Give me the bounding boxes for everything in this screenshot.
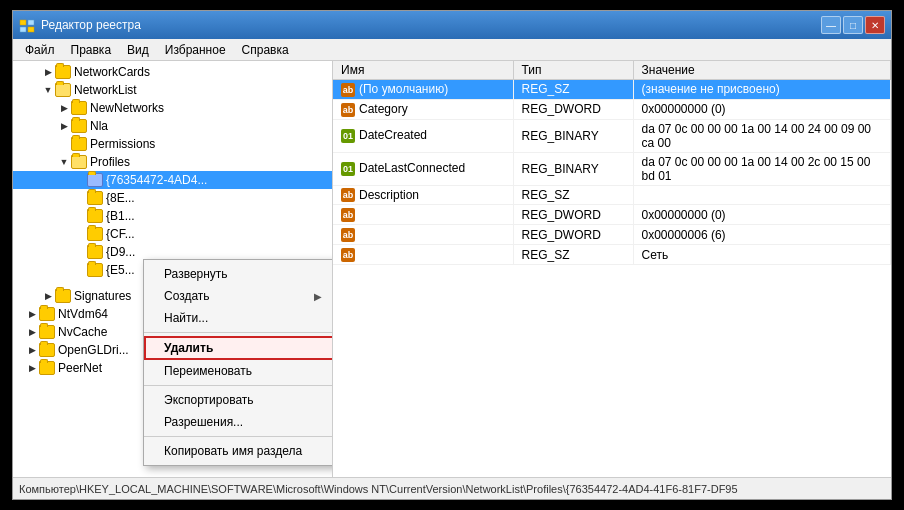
tree-label: NtVdm64 [58, 307, 108, 321]
tree-item-profile-2[interactable]: {8E... [13, 189, 332, 207]
col-name: Имя [333, 61, 513, 80]
table-row[interactable]: 01DateLastConnected REG_BINARY da 07 0c … [333, 152, 891, 185]
tree-label: NvCache [58, 325, 107, 339]
tree-item-profiles[interactable]: ▼ Profiles [13, 153, 332, 171]
folder-icon [39, 361, 55, 375]
close-button[interactable]: ✕ [865, 16, 885, 34]
ctx-separator-1 [144, 332, 333, 333]
cell-name: ab [333, 245, 513, 265]
ctx-copy-name[interactable]: Копировать имя раздела [144, 440, 333, 462]
folder-icon [39, 307, 55, 321]
tree-label: {8E... [106, 191, 135, 205]
menu-view[interactable]: Вид [119, 41, 157, 59]
table-row[interactable]: abDescription REG_SZ [333, 185, 891, 205]
reg-type-icon: 01 [341, 162, 355, 176]
cell-value: 0x00000006 (6) [633, 225, 891, 245]
ctx-rename[interactable]: Переименовать [144, 360, 333, 382]
tree-item-networklist[interactable]: ▼ NetworkList [13, 81, 332, 99]
folder-icon [87, 263, 103, 277]
table-row[interactable]: ab REG_SZ Сеть [333, 245, 891, 265]
cell-name: abCategory [333, 99, 513, 119]
ctx-permissions[interactable]: Разрешения... [144, 411, 333, 433]
expand-arrow: ▶ [25, 309, 39, 319]
window-title: Редактор реестра [41, 18, 141, 32]
cell-name: abDescription [333, 185, 513, 205]
reg-type-icon: ab [341, 83, 355, 97]
cell-value [633, 185, 891, 205]
minimize-button[interactable]: — [821, 16, 841, 34]
expand-arrow: ▶ [25, 363, 39, 373]
tree-label: Profiles [90, 155, 130, 169]
tree-label: PeerNet [58, 361, 102, 375]
cell-type: REG_DWORD [513, 99, 633, 119]
ctx-delete[interactable]: Удалить [144, 336, 333, 360]
tree-label: {CF... [106, 227, 135, 241]
ctx-export[interactable]: Экспортировать [144, 389, 333, 411]
cell-type: REG_DWORD [513, 225, 633, 245]
tree-label: Signatures [74, 289, 131, 303]
cell-type: REG_SZ [513, 245, 633, 265]
reg-type-icon: ab [341, 228, 355, 242]
expand-arrow: ▶ [57, 121, 71, 131]
tree-item-profile-4[interactable]: {CF... [13, 225, 332, 243]
expand-arrow: ▶ [41, 291, 55, 301]
registry-icon [19, 17, 35, 33]
tree-item-nla[interactable]: ▶ Nla [13, 117, 332, 135]
title-buttons: — □ ✕ [821, 16, 885, 34]
expand-arrow: ▶ [25, 345, 39, 355]
cell-value: (значение не присвоено) [633, 80, 891, 100]
ctx-find[interactable]: Найти... [144, 307, 333, 329]
svg-rect-3 [28, 27, 34, 32]
cell-type: REG_SZ [513, 80, 633, 100]
menu-bar: Файл Правка Вид Избранное Справка [13, 39, 891, 61]
folder-icon [39, 325, 55, 339]
context-menu: Развернуть Создать ▶ Найти... Удалить Пе… [143, 259, 333, 466]
folder-icon [87, 191, 103, 205]
col-value: Значение [633, 61, 891, 80]
menu-favorites[interactable]: Избранное [157, 41, 234, 59]
cell-type: REG_BINARY [513, 119, 633, 152]
expand-arrow: ▼ [57, 157, 71, 167]
cell-name: ab [333, 225, 513, 245]
folder-icon [71, 155, 87, 169]
expand-arrow: ▶ [41, 67, 55, 77]
folder-icon [55, 65, 71, 79]
tree-item-profile-3[interactable]: {B1... [13, 207, 332, 225]
menu-help[interactable]: Справка [234, 41, 297, 59]
folder-icon [87, 245, 103, 259]
tree-pane: ▶ NetworkCards ▼ NetworkList ▶ [13, 61, 333, 477]
cell-name: 01DateLastConnected [333, 152, 513, 185]
menu-file[interactable]: Файл [17, 41, 63, 59]
ctx-create[interactable]: Создать ▶ [144, 285, 333, 307]
cell-name: 01DateCreated [333, 119, 513, 152]
registry-table-area[interactable]: Имя Тип Значение ab(По умолчанию) REG_SZ… [333, 61, 891, 477]
status-bar: Компьютер\HKEY_LOCAL_MACHINE\SOFTWARE\Mi… [13, 477, 891, 499]
svg-rect-1 [28, 20, 34, 25]
cell-type: REG_SZ [513, 185, 633, 205]
tree-label: NetworkList [74, 83, 137, 97]
main-content: ▶ NetworkCards ▼ NetworkList ▶ [13, 61, 891, 477]
tree-label: NetworkCards [74, 65, 150, 79]
tree-label: {E5... [106, 263, 135, 277]
tree-item-newnetworks[interactable]: ▶ NewNetworks [13, 99, 332, 117]
col-type: Тип [513, 61, 633, 80]
tree-item-permissions[interactable]: Permissions [13, 135, 332, 153]
tree-label: {76354472-4AD4... [106, 173, 207, 187]
registry-editor-window: Редактор реестра — □ ✕ Файл Правка Вид И… [12, 10, 892, 500]
ctx-expand[interactable]: Развернуть [144, 263, 333, 285]
maximize-button[interactable]: □ [843, 16, 863, 34]
reg-type-icon: ab [341, 248, 355, 262]
folder-icon [71, 101, 87, 115]
table-row[interactable]: ab REG_DWORD 0x00000006 (6) [333, 225, 891, 245]
table-row[interactable]: ab REG_DWORD 0x00000000 (0) [333, 205, 891, 225]
cell-value: da 07 0c 00 00 00 1a 00 14 00 24 00 09 0… [633, 119, 891, 152]
menu-edit[interactable]: Правка [63, 41, 120, 59]
title-bar: Редактор реестра — □ ✕ [13, 11, 891, 39]
table-row[interactable]: abCategory REG_DWORD 0x00000000 (0) [333, 99, 891, 119]
table-row[interactable]: 01DateCreated REG_BINARY da 07 0c 00 00 … [333, 119, 891, 152]
tree-item-profile-1[interactable]: {76354472-4AD4... [13, 171, 332, 189]
reg-type-icon: 01 [341, 129, 355, 143]
tree-item-networkcards[interactable]: ▶ NetworkCards [13, 63, 332, 81]
table-row[interactable]: ab(По умолчанию) REG_SZ (значение не при… [333, 80, 891, 100]
expand-arrow: ▶ [57, 103, 71, 113]
